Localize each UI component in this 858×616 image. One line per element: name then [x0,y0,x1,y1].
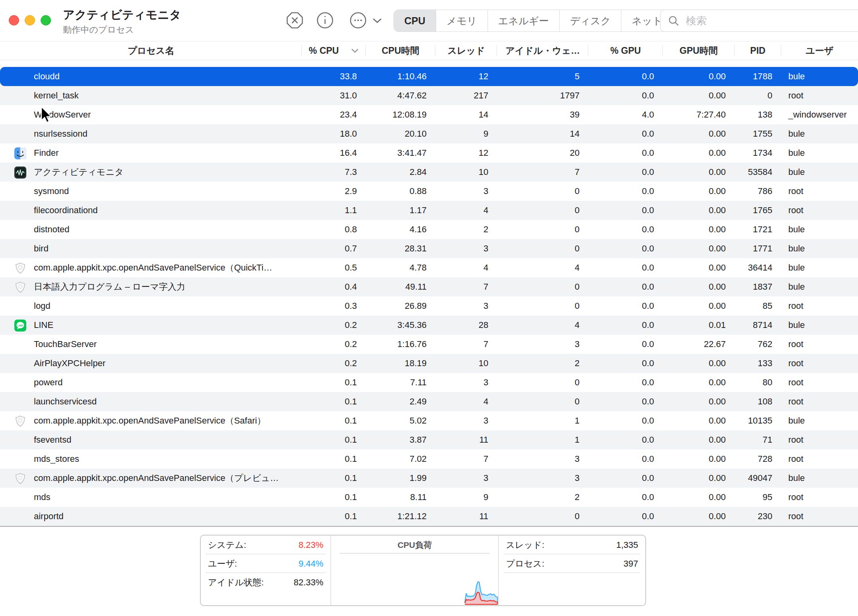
zoom-button[interactable] [41,15,51,26]
column-header-label: アイドル・ウェ… [505,45,580,57]
shield-icon [14,415,26,427]
cell-cpu: 0.5 [302,263,366,273]
cell-cpu_time: 1.17 [366,205,435,216]
tab-cpu[interactable]: CPU [394,10,436,31]
table-row[interactable]: WindowServer23.412:08.1914394.07:27.4013… [0,105,858,124]
table-row[interactable]: mds_stores0.17.02730.00.00728root [0,449,858,469]
table-row[interactable]: distnoted0.84.16200.00.001721bule [0,220,858,239]
table-row[interactable]: launchservicesd0.12.49400.00.00108root [0,392,858,411]
table-row[interactable]: 日本語入力プログラム – ローマ字入力0.449.11700.00.001837… [0,277,858,296]
table-row[interactable]: nsurlsessiond18.020.109140.00.001755bule [0,124,858,143]
stat-label: スレッド: [506,539,544,551]
table-row[interactable]: kernel_task31.04:47.6221717970.00.000roo… [0,86,858,105]
column-header-pid[interactable]: PID [735,41,781,60]
column-header-threads[interactable]: スレッド [435,41,497,60]
cell-pid: 95 [735,492,781,502]
column-header-label: % CPU [309,45,339,56]
table-row[interactable]: アクティビティモニタ7.32.841070.00.0053584bule [0,163,858,182]
cell-pid: 786 [735,186,781,196]
tab-energy[interactable]: エネルギー [488,10,560,31]
table-row[interactable]: com.apple.appkit.xpc.openAndSavePanelSer… [0,258,858,277]
table-row[interactable]: Finder16.43:41.4712200.00.001734bule [0,143,858,163]
close-button[interactable] [9,15,19,26]
column-header-gpu_time[interactable]: GPU時間 [663,41,735,60]
cell-threads: 3 [435,301,497,311]
table-row[interactable]: powerd0.17.11300.00.0080root [0,373,858,392]
cell-pid: 728 [735,454,781,464]
column-header-gpu[interactable]: % GPU [588,41,663,60]
table-row[interactable]: logd0.326.89300.00.0085root [0,296,858,316]
cell-user: bule [781,148,858,158]
cell-idle_wake: 7 [497,167,588,177]
tab-memory[interactable]: メモリ [436,10,488,31]
table-bottom-divider [0,526,858,527]
cell-gpu: 0.0 [588,492,663,502]
cell-idle_wake: 5 [497,71,588,82]
column-header-label: プロセス名 [127,45,174,57]
cell-idle_wake: 0 [497,396,588,407]
divider [503,573,641,573]
view-options-button[interactable] [349,11,367,29]
chevron-down-icon[interactable] [372,17,382,26]
cell-process-name: アクティビティモニタ [0,163,302,182]
cell-gpu: 0.0 [588,454,663,464]
cell-pid: 1721 [735,224,781,235]
column-header-idle_wake[interactable]: アイドル・ウェ… [497,41,588,60]
table-row[interactable]: LINELINE0.23:45.362840.00.018714bule [0,316,858,335]
cell-gpu: 0.0 [588,511,663,522]
cell-pid: 71 [735,435,781,445]
cell-gpu_time: 0.00 [663,263,735,273]
table-row[interactable]: TouchBarServer0.21:16.76730.022.67762roo… [0,335,858,354]
search-input[interactable] [685,14,854,27]
column-header-name[interactable]: プロセス名 [0,41,302,60]
table-row[interactable]: sysmond2.90.88300.00.00786root [0,182,858,201]
table-row[interactable]: com.apple.appkit.xpc.openAndSavePanelSer… [0,411,858,430]
cell-cpu_time: 4:47.62 [366,90,435,101]
process-name-label: launchservicesd [34,396,97,406]
cell-process-name: cloudd [0,67,302,86]
table-row[interactable]: airportd0.11:21.121100.00.00230root [0,507,858,526]
cell-gpu_time: 0.00 [663,492,735,502]
quit-process-button[interactable] [286,11,304,29]
cell-gpu_time: 0.00 [663,224,735,235]
cell-idle_wake: 14 [497,129,588,139]
cell-threads: 10 [435,167,497,177]
stat-value: 1,335 [616,540,638,550]
table-row[interactable]: mds0.18.11920.00.0095root [0,488,858,507]
cell-pid: 1788 [735,71,781,82]
cell-gpu: 0.0 [588,205,663,216]
cell-gpu_time: 0.00 [663,416,735,426]
process-name-label: LINE [34,320,53,330]
tab-disk[interactable]: ディスク [560,10,621,31]
minimize-button[interactable] [25,15,35,26]
table-row[interactable]: cloudd33.81:10.461250.00.001788bule [0,67,858,86]
cell-idle_wake: 0 [497,301,588,311]
cpu-usage-stats: システム: 8.23% ユーザ: 9.44% アイドル状態: 82.33% [201,536,331,605]
table-header-row: プロセス名% CPUCPU時間スレッドアイドル・ウェ…% GPUGPU時間PID… [0,41,858,60]
cell-cpu: 23.4 [302,110,366,120]
cell-user: root [781,90,858,101]
cell-threads: 9 [435,129,497,139]
stat-value: 8.23% [298,540,323,550]
table-row[interactable]: filecoordinationd1.11.17400.00.001765roo… [0,201,858,220]
column-header-cpu[interactable]: % CPU [302,41,366,60]
stat-value: 397 [623,559,638,569]
table-row[interactable]: bird0.728.31300.00.001771bule [0,239,858,258]
cell-gpu: 0.0 [588,129,663,139]
search-field[interactable] [660,10,858,32]
cell-cpu: 0.2 [302,358,366,369]
cell-pid: 0 [735,90,781,101]
cell-pid: 230 [735,511,781,522]
table-row[interactable]: AirPlayXPCHelper0.218.191020.00.00133roo… [0,354,858,373]
cell-idle_wake: 3 [497,454,588,464]
inspect-button[interactable] [316,11,334,29]
table-row[interactable]: fseventsd0.13.871110.00.0071root [0,430,858,449]
cell-idle_wake: 2 [497,492,588,502]
column-header-cpu_time[interactable]: CPU時間 [366,41,435,60]
cell-process-name: mds [0,488,302,507]
cell-threads: 3 [435,186,497,196]
table-row[interactable]: com.apple.appkit.xpc.openAndSavePanelSer… [0,469,858,488]
cell-gpu: 0.0 [588,416,663,426]
column-header-user[interactable]: ユーザ [781,41,858,60]
process-name-label: nsurlsessiond [34,129,88,139]
